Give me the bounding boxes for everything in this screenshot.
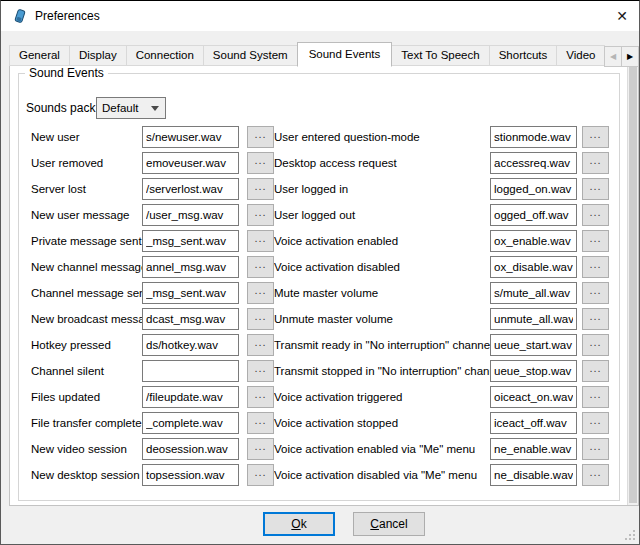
browse-button[interactable]: ... (247, 334, 274, 356)
event-label-new-user-message: New user message (31, 209, 142, 221)
event-label-voice-activation-disabled-via-me-menu: Voice activation disabled via "Me" menu (274, 469, 490, 481)
browse-button[interactable]: ... (582, 230, 609, 252)
event-label-mute-master-volume: Mute master volume (274, 287, 490, 299)
sound-file-input[interactable] (490, 438, 577, 460)
event-label-channel-message-sent: Channel message sent (31, 287, 142, 299)
ok-button[interactable]: Ok (263, 512, 335, 536)
sound-file-input[interactable] (490, 178, 577, 200)
tab-sound-system[interactable]: Sound System (203, 45, 298, 66)
title-bar: Preferences ✕ (1, 1, 639, 31)
sound-event-row: Voice activation disabled via "Me" menu.… (274, 462, 609, 488)
tab-shortcuts[interactable]: Shortcuts (489, 45, 558, 66)
sound-file-input[interactable] (490, 334, 577, 356)
browse-button[interactable]: ... (582, 178, 609, 200)
events-column-left: New user...User removed...Server lost...… (31, 124, 274, 488)
browse-button[interactable]: ... (247, 126, 274, 148)
scrollbar-thumb[interactable] (629, 67, 637, 503)
browse-button[interactable]: ... (582, 438, 609, 460)
sound-file-input[interactable] (490, 256, 577, 278)
browse-button[interactable]: ... (247, 152, 274, 174)
browse-button[interactable]: ... (582, 126, 609, 148)
cancel-button[interactable]: Cancel (353, 512, 425, 536)
browse-button[interactable]: ... (247, 204, 274, 226)
sound-file-input[interactable] (490, 360, 577, 382)
tab-general[interactable]: General (9, 45, 70, 66)
sound-file-input[interactable] (142, 360, 239, 382)
browse-button[interactable]: ... (247, 386, 274, 408)
sound-file-input[interactable] (490, 282, 577, 304)
browse-button[interactable]: ... (582, 360, 609, 382)
tab-scroll-right-button[interactable]: ▶ (621, 46, 639, 67)
sound-file-input[interactable] (142, 412, 239, 434)
sound-event-row: New broadcast message... (31, 306, 274, 332)
browse-button[interactable]: ... (247, 360, 274, 382)
browse-button[interactable]: ... (247, 178, 274, 200)
resize-grip[interactable] (625, 530, 636, 541)
sound-event-row: Voice activation enabled via "Me" menu..… (274, 436, 609, 462)
sound-event-row: New user... (31, 124, 274, 150)
browse-button[interactable]: ... (582, 308, 609, 330)
browse-button[interactable]: ... (582, 386, 609, 408)
sound-file-input[interactable] (142, 256, 239, 278)
browse-button[interactable]: ... (247, 282, 274, 304)
tab-video[interactable]: Video (556, 45, 605, 66)
sound-file-input[interactable] (142, 178, 239, 200)
sound-event-row: Server lost... (31, 176, 274, 202)
sound-file-input[interactable] (490, 204, 577, 226)
browse-button[interactable]: ... (247, 438, 274, 460)
browse-button[interactable]: ... (247, 308, 274, 330)
tab-scroll-left-button[interactable]: ◀ (604, 46, 622, 67)
browse-button[interactable]: ... (247, 412, 274, 434)
sound-event-row: New channel message... (31, 254, 274, 280)
browse-button[interactable]: ... (582, 204, 609, 226)
browse-button[interactable]: ... (582, 334, 609, 356)
vertical-scrollbar[interactable] (627, 66, 638, 505)
browse-button[interactable]: ... (582, 152, 609, 174)
browse-button[interactable]: ... (582, 256, 609, 278)
sound-file-input[interactable] (142, 152, 239, 174)
browse-button[interactable]: ... (582, 412, 609, 434)
sound-file-input[interactable] (142, 230, 239, 252)
event-label-voice-activation-enabled: Voice activation enabled (274, 235, 490, 247)
event-label-channel-silent: Channel silent (31, 365, 142, 377)
tab-scroll-buttons: ◀ ▶ (605, 46, 639, 67)
groupbox-title: Sound Events (25, 66, 108, 80)
event-label-private-message-sent: Private message sent (31, 235, 142, 247)
browse-button[interactable]: ... (247, 256, 274, 278)
sound-file-input[interactable] (490, 464, 577, 486)
sound-event-row: Desktop access request... (274, 150, 609, 176)
sound-file-input[interactable] (142, 282, 239, 304)
sound-event-row: New desktop session... (31, 462, 274, 488)
sound-event-row: Voice activation disabled... (274, 254, 609, 280)
sound-event-row: New user message... (31, 202, 274, 228)
event-label-file-transfer-complete: File transfer complete (31, 417, 142, 429)
sounds-pack-select[interactable]: Default (96, 97, 166, 119)
sound-file-input[interactable] (490, 152, 577, 174)
sound-file-input[interactable] (490, 126, 577, 148)
browse-button[interactable]: ... (247, 230, 274, 252)
close-button[interactable]: ✕ (607, 4, 637, 28)
sound-file-input[interactable] (142, 204, 239, 226)
sound-file-input[interactable] (142, 308, 239, 330)
sound-file-input[interactable] (490, 230, 577, 252)
sound-event-row: Unmute master volume... (274, 306, 609, 332)
sound-file-input[interactable] (490, 412, 577, 434)
sound-file-input[interactable] (142, 464, 239, 486)
sound-file-input[interactable] (142, 438, 239, 460)
sound-file-input[interactable] (490, 386, 577, 408)
tab-sound-events[interactable]: Sound Events (297, 42, 393, 67)
event-label-desktop-access-request: Desktop access request (274, 157, 490, 169)
sound-file-input[interactable] (142, 334, 239, 356)
browse-button[interactable]: ... (582, 464, 609, 486)
event-label-hotkey-pressed: Hotkey pressed (31, 339, 142, 351)
tab-text-to-speech[interactable]: Text To Speech (391, 45, 489, 66)
sound-file-input[interactable] (142, 386, 239, 408)
sound-file-input[interactable] (142, 126, 239, 148)
browse-button[interactable]: ... (247, 464, 274, 486)
chevron-down-icon (151, 106, 159, 111)
tab-display[interactable]: Display (69, 45, 127, 66)
browse-button[interactable]: ... (582, 282, 609, 304)
sound-file-input[interactable] (490, 308, 577, 330)
tab-connection[interactable]: Connection (126, 45, 204, 66)
sound-event-row: Transmit ready in "No interruption" chan… (274, 332, 609, 358)
